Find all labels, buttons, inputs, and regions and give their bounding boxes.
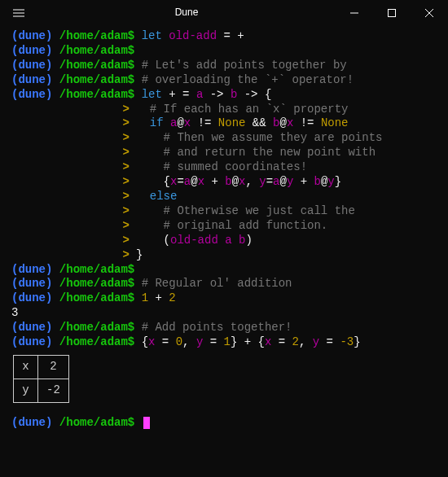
paren: ( <box>136 234 170 247</box>
prompt-line: (dune) /home/adam$ {x = 0, y = 1} + {x =… <box>11 335 437 350</box>
ident: a <box>273 175 279 188</box>
op-neq: != <box>191 116 218 129</box>
op-eq: = <box>271 335 292 348</box>
ident: b <box>314 175 321 188</box>
prompt-line: (dune) /home/adam$ <box>11 263 437 278</box>
comma: , <box>245 175 259 188</box>
window-controls <box>336 0 448 26</box>
continuation-line: > # If each has an `x` property <box>11 103 437 117</box>
prompt-name: (dune) <box>11 29 52 42</box>
prompt-name: (dune) <box>11 291 52 304</box>
ident: old-add <box>170 234 218 247</box>
prompt-line: (dune) /home/adam$ # Regular ol' additio… <box>11 277 437 291</box>
continuation-line: > # Then we assume they are points <box>11 131 437 146</box>
op-eq: = <box>177 175 183 188</box>
prompt-sigil: $ <box>128 263 134 276</box>
prompt-line: (dune) /home/adam$ 1 + 2 <box>11 291 437 306</box>
op-arrow: -> <box>237 88 265 101</box>
svg-rect-0 <box>389 10 396 17</box>
comment: # and return the new point with <box>136 146 376 159</box>
table-cell-val: -2 <box>38 379 69 402</box>
op-at: @ <box>279 116 286 129</box>
brace: } <box>136 248 143 261</box>
op-at: @ <box>280 175 287 188</box>
ident: y <box>259 175 266 188</box>
close-button[interactable] <box>411 0 448 26</box>
op-neq: != <box>293 116 321 129</box>
literal-number: -3 <box>340 335 354 348</box>
continuation-marker: > <box>11 131 136 146</box>
continuation-marker: > <box>11 103 136 117</box>
prompt-sigil: $ <box>128 44 134 57</box>
table-row: x 2 <box>14 355 69 379</box>
kw-if: if <box>136 116 170 129</box>
prompt-line: (dune) /home/adam$ # Add points together… <box>11 321 437 335</box>
continuation-marker: > <box>11 219 136 234</box>
comment: # Add points together! <box>142 321 292 334</box>
continuation-line: > # original add function. <box>11 219 437 234</box>
literal-none: None <box>218 116 246 129</box>
continuation-marker: > <box>11 146 136 160</box>
op-plus: + <box>148 291 169 304</box>
kw-else: else <box>136 190 177 203</box>
prompt-name: (dune) <box>11 321 52 334</box>
op-at: @ <box>232 175 239 188</box>
prompt-sigil: $ <box>128 88 134 101</box>
prompt-name: (dune) <box>11 59 52 72</box>
comma: , <box>299 335 313 348</box>
prompt-line: (dune) /home/adam$ # overloading the `+`… <box>11 73 437 88</box>
table-cell-key: x <box>14 355 38 379</box>
continuation-line: >} <box>11 248 437 263</box>
brace: } <box>335 175 341 188</box>
comma: , <box>182 335 196 348</box>
output-value: 3 <box>11 306 18 319</box>
ident: b <box>225 175 231 188</box>
prompt-name: (dune) <box>11 88 52 101</box>
continuation-line: > # Otherwise we just call the <box>11 204 437 219</box>
prompt-path: /home/adam <box>59 321 128 334</box>
continuation-line: > # and return the new point with <box>11 146 437 160</box>
prompt-path: /home/adam <box>59 44 128 57</box>
cursor <box>143 417 150 429</box>
prompt-sigil: $ <box>128 335 134 348</box>
prompt-line-active[interactable]: (dune) /home/adam$ <box>11 416 437 431</box>
literal-number: 0 <box>176 335 182 348</box>
continuation-line: > {x=a@x + b@x, y=a@y + b@y} <box>11 175 437 190</box>
paren: ) <box>245 234 252 247</box>
comment: # Otherwise we just call the <box>136 204 355 217</box>
comment: # Let's add points together by <box>142 59 347 72</box>
kw-let: let <box>142 29 169 42</box>
comment: # original add function. <box>136 219 327 232</box>
brace: { <box>142 335 148 348</box>
op-plus: + <box>293 175 314 188</box>
continuation-line: > if a@x != None && b@x != None <box>11 116 437 131</box>
op-plus: + <box>237 29 244 42</box>
ident: x <box>184 116 191 129</box>
literal-number: 2 <box>169 291 175 304</box>
literal-none: None <box>321 116 349 129</box>
output-line: 3 <box>11 306 437 321</box>
prompt-name: (dune) <box>11 335 52 348</box>
table-cell-key: y <box>14 379 38 402</box>
ident: old-add <box>169 29 217 42</box>
ident: a <box>225 234 231 247</box>
prompt-name: (dune) <box>11 416 52 429</box>
prompt-path: /home/adam <box>59 277 128 290</box>
literal-number: 1 <box>142 291 148 304</box>
minimize-button[interactable] <box>336 0 373 26</box>
continuation-line: > else <box>11 190 437 204</box>
prompt-sigil: $ <box>128 73 134 86</box>
op-plus: + <box>169 88 175 101</box>
op-arrow: -> <box>203 88 231 101</box>
op-eq: = <box>217 29 237 42</box>
brace: { <box>136 175 170 188</box>
maximize-button[interactable] <box>373 0 411 26</box>
op-and: && <box>245 116 273 129</box>
menu-button[interactable] <box>0 9 37 17</box>
brace: { <box>265 88 271 101</box>
space <box>232 234 239 247</box>
prompt-path: /home/adam <box>59 335 128 348</box>
op-eq: = <box>176 88 196 101</box>
terminal[interactable]: (dune) /home/adam$ let old-add = + (dune… <box>0 26 448 442</box>
op-at: @ <box>177 116 183 129</box>
